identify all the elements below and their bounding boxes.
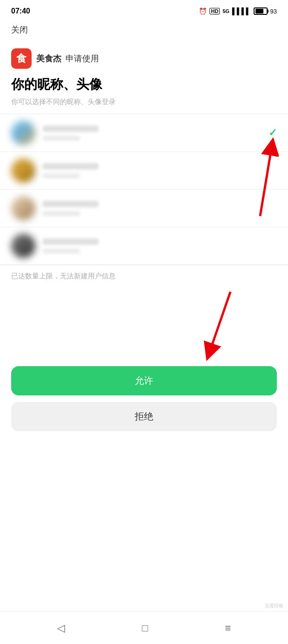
home-nav-icon[interactable]: □ bbox=[142, 622, 148, 634]
status-icons: ⏰ HD 5G ▌▌▌▌ 93 bbox=[199, 7, 277, 15]
avatar bbox=[11, 196, 35, 220]
watermark: 百度经验 bbox=[265, 603, 283, 609]
item-text bbox=[43, 201, 277, 216]
avatar bbox=[11, 234, 35, 258]
list-item[interactable] bbox=[0, 227, 288, 265]
5g-badge: 5G bbox=[223, 8, 229, 14]
list-item[interactable] bbox=[0, 190, 288, 227]
app-info-row: 食 美食杰 申请使用 bbox=[0, 41, 288, 72]
list-item[interactable]: ✓ bbox=[0, 114, 288, 152]
signal-icon: ▌▌▌▌ bbox=[232, 7, 251, 15]
request-label: 申请使用 bbox=[65, 54, 99, 63]
allow-button[interactable]: 允许 bbox=[11, 366, 277, 395]
avatar bbox=[11, 158, 35, 183]
menu-nav-icon[interactable]: ≡ bbox=[225, 622, 231, 634]
battery-percent: 93 bbox=[270, 8, 277, 15]
item-name-blur bbox=[43, 125, 98, 132]
hd-badge: HD bbox=[209, 8, 220, 14]
status-bar: 07:40 ⏰ HD 5G ▌▌▌▌ 93 bbox=[0, 0, 288, 20]
item-text bbox=[43, 125, 277, 141]
profile-list: ✓ bbox=[0, 114, 288, 265]
bottom-nav: ◁ □ ≡ bbox=[0, 611, 288, 644]
page-title: 你的昵称、头像 bbox=[0, 72, 288, 93]
header: 关闭 bbox=[0, 20, 288, 41]
item-name-blur bbox=[43, 238, 98, 245]
avatar bbox=[11, 121, 35, 145]
back-nav-icon[interactable]: ◁ bbox=[57, 622, 65, 634]
arrows-area bbox=[11, 287, 277, 361]
list-item[interactable] bbox=[0, 152, 288, 190]
status-time: 07:40 bbox=[11, 7, 30, 15]
svg-line-3 bbox=[209, 292, 230, 352]
item-sub-blur bbox=[43, 173, 80, 178]
app-name-request: 美食杰 申请使用 bbox=[36, 53, 99, 64]
buttons-area: 允许 拒绝 bbox=[0, 361, 288, 440]
item-text bbox=[43, 163, 277, 178]
selected-checkmark: ✓ bbox=[268, 127, 277, 139]
item-name-blur bbox=[43, 163, 98, 170]
reject-button[interactable]: 拒绝 bbox=[11, 402, 277, 431]
item-sub-blur bbox=[43, 249, 80, 254]
alarm-icon: ⏰ bbox=[199, 7, 207, 15]
item-sub-blur bbox=[43, 211, 80, 216]
info-text: 已达数量上限，无法新建用户信息 bbox=[0, 265, 288, 287]
list-with-arrows: ✓ bbox=[0, 114, 288, 265]
item-sub-blur bbox=[43, 136, 80, 141]
page-subtitle: 你可以选择不同的昵称、头像登录 bbox=[0, 93, 288, 114]
app-icon: 食 bbox=[11, 48, 32, 69]
battery-icon bbox=[254, 7, 268, 15]
item-text bbox=[43, 238, 277, 254]
close-button[interactable]: 关闭 bbox=[11, 25, 28, 34]
item-name-blur bbox=[43, 201, 98, 207]
annotation-arrow-2 bbox=[184, 287, 254, 361]
